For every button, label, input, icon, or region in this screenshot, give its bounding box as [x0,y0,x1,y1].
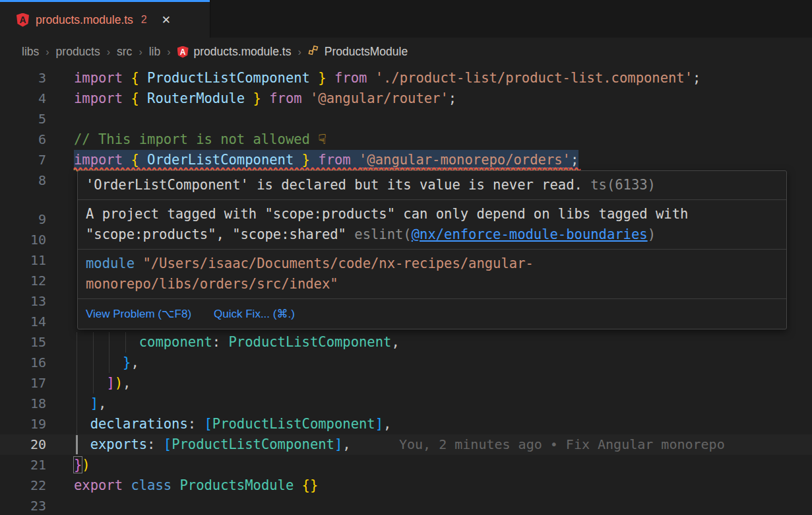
editor-row-20[interactable]: 20 exports: [ProductListComponent],You, … [0,434,812,455]
editor-row-6[interactable]: 6// This import is not allowed ☟ [0,129,812,150]
line-number: 3 [0,68,46,88]
breadcrumb-label: lib [149,45,161,59]
code-token: ] [90,395,98,411]
code-editor[interactable]: 3import { ProductListComponent } from '.… [0,66,812,515]
code-token: from [327,70,375,86]
code-token: [ [164,436,172,452]
editor-row-16[interactable]: 16 }, [0,353,812,373]
line-number: 5 [0,109,46,129]
diagnostic-message-1: 'OrderListComponent' is declared but its… [78,171,786,199]
editor-row-17[interactable]: 17 ]), [0,373,812,394]
tab-products-module[interactable]: A products.module.ts 2 ✕ [0,0,210,38]
code-token: ] [334,436,342,452]
eslint-rule-link[interactable]: @nx/enforce-module-boundaries [412,226,648,242]
code-token: declarations [90,416,188,432]
quick-fix-button[interactable]: Quick Fix... (⌘.) [214,304,295,324]
code-token: } [294,152,310,168]
editor-row-21[interactable]: 21}) [0,455,812,475]
line-number: 22 [0,475,46,496]
breadcrumb-item-products[interactable]: products [56,45,100,59]
editor-row-5[interactable]: 5 [0,109,812,129]
code-token: RouterModule [147,90,245,106]
editor-row-19[interactable]: 19 declarations: [ProductListComponent], [0,414,812,434]
code-token: } [74,457,82,473]
breadcrumb-item-lib[interactable]: lib [149,45,161,59]
code-token: : [188,416,204,432]
diagnostic-text: 'OrderListComponent' is declared but its… [86,177,582,193]
breadcrumb-label: src [117,45,132,59]
code-token: component [139,334,212,350]
angular-file-icon: A [16,13,29,27]
breadcrumb-separator-icon: › [139,46,142,58]
code-token: import [74,70,131,86]
breadcrumb-item-libs[interactable]: libs [22,45,39,59]
line-number: 6 [0,129,46,150]
code-line-18: ], [74,394,106,414]
code-token: // This import is not allowed [74,131,318,147]
line-number: 21 [0,455,46,475]
breadcrumb-item-products-module-ts[interactable]: Aproducts.module.ts [177,45,292,59]
editor-row-23[interactable]: 23 [0,496,812,515]
tab-bar: A products.module.ts 2 ✕ [0,0,812,38]
line-number: 8 [0,170,46,191]
code-token [74,334,139,350]
breadcrumb-item-productsmodule[interactable]: ProductsModule [308,45,408,59]
code-token: , [123,375,131,391]
code-token: , [383,416,391,432]
tab-bar-empty-space [210,0,812,38]
editor-row-3[interactable]: 3import { ProductListComponent } from '.… [0,68,812,88]
line-number: 19 [0,414,46,434]
code-line-22: export class ProductsModule {} [74,475,318,496]
code-token: ☟ [318,131,326,147]
code-line-4: import { RouterModule } from '@angular/r… [74,88,456,109]
line-number: 13 [0,291,46,312]
line-number: 17 [0,373,46,394]
code-token: { [131,70,147,86]
code-token: } [245,90,261,106]
code-line-21: }) [74,455,90,475]
breadcrumb-separator-icon: › [167,46,170,58]
code-token: ) [115,375,123,391]
code-token [74,375,106,391]
code-token: import [74,152,131,168]
editor-row-15[interactable]: 15 component: ProductListComponent, [0,332,812,353]
line-number: 10 [0,230,46,250]
breadcrumb: libs›products›src›lib›Aproducts.module.t… [0,38,812,66]
view-problem-button[interactable]: View Problem (⌥F8) [86,304,191,324]
diagnostic-text: module [86,256,142,271]
code-token: { [131,152,147,168]
code-token: [ [204,416,212,432]
tab-label: products.module.ts [36,13,133,27]
code-token: ProductListComponent [212,416,375,432]
code-token: ) [82,457,90,473]
breadcrumb-label: products.module.ts [194,45,292,59]
code-token: ] [106,375,114,391]
diagnostic-message-3: module "/Users/isaac/Documents/code/nx-r… [78,249,786,298]
breadcrumb-item-src[interactable]: src [117,45,132,59]
code-line-20: exports: [ProductListComponent], [74,434,351,455]
breadcrumb-label: products [56,45,100,59]
line-number: 23 [0,496,46,515]
code-line-16: }, [74,353,139,373]
breadcrumb-label: ProductsModule [325,45,408,59]
code-token: : [147,436,164,452]
hover-action-bar: View Problem (⌥F8)Quick Fix... (⌘.) [78,298,786,329]
code-token: ; [449,90,456,106]
line-number: 18 [0,394,46,414]
editor-row-22[interactable]: 22export class ProductsModule {} [0,475,812,496]
editor-row-4[interactable]: 4import { RouterModule } from '@angular/… [0,88,812,109]
code-token: { [131,90,147,106]
editor-row-7[interactable]: 7import { OrderListComponent } from '@an… [0,150,812,170]
line-number: 9 [0,209,46,230]
editor-row-18[interactable]: 18 ], [0,394,812,414]
breadcrumb-separator-icon: › [46,46,49,58]
code-token [294,477,301,493]
diagnostic-message-2: A project tagged with "scope:products" c… [78,199,786,249]
tab-close-icon[interactable]: ✕ [162,13,171,27]
line-number: 15 [0,332,46,353]
code-token: , [98,395,106,411]
line-number: 7 [0,150,46,170]
code-line-6: // This import is not allowed ☟ [74,129,327,150]
code-line-19: declarations: [ProductListComponent], [74,414,391,434]
line-number: 4 [0,88,46,109]
